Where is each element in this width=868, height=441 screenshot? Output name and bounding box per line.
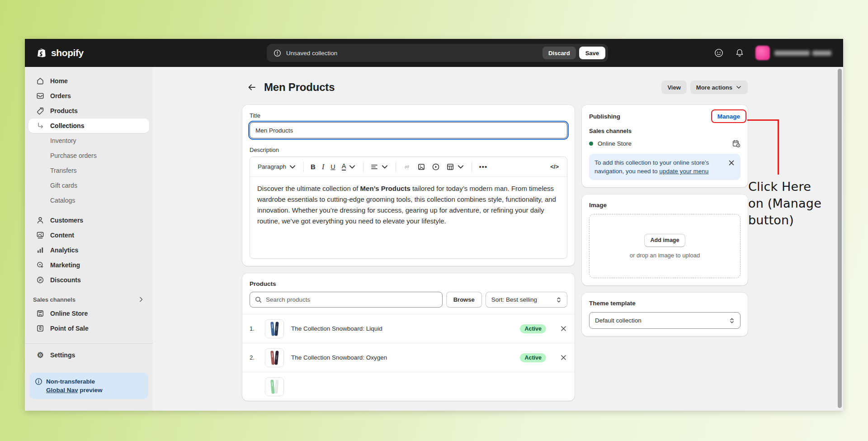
alignment-dropdown[interactable] — [367, 161, 392, 173]
save-button[interactable]: Save — [579, 47, 605, 59]
schedule-calendar-icon[interactable] — [732, 139, 741, 148]
insert-video-button[interactable] — [429, 161, 443, 173]
underline-button[interactable]: U — [327, 161, 338, 173]
remove-product-icon[interactable] — [560, 354, 567, 361]
global-nav-preview-notice: Non-transferable Global Nav preview — [29, 373, 148, 399]
alert-icon — [273, 49, 282, 57]
scrollbar-thumb[interactable] — [838, 69, 842, 408]
unsaved-changes-bar: Unsaved collection Discard Save — [267, 44, 608, 62]
sidebar-item-gift-cards[interactable]: Gift cards — [28, 178, 149, 193]
sidebar-item-purchase-orders[interactable]: Purchase orders — [28, 148, 149, 163]
sidebar-item-settings[interactable]: ⚙ Settings — [28, 348, 149, 362]
sidebar-item-online-store[interactable]: Online Store — [28, 306, 149, 321]
sidebar-item-point-of-sale[interactable]: Point of Sale — [28, 321, 149, 336]
title-label: Title — [250, 112, 567, 119]
image-heading: Image — [589, 202, 741, 209]
paragraph-style-dropdown[interactable]: Paragraph — [255, 161, 300, 173]
sidebar-item-label: Point of Sale — [50, 325, 89, 332]
theme-template-select[interactable]: Default collection — [589, 312, 741, 329]
insert-image-button[interactable] — [414, 161, 429, 173]
description-editor-body[interactable]: Discover the ultimate collection of Men’… — [250, 177, 567, 258]
global-nav-link[interactable]: Global Nav — [46, 387, 78, 394]
remove-product-icon[interactable] — [560, 325, 567, 332]
title-description-card: Title Description Paragraph — [242, 105, 575, 266]
back-arrow-icon[interactable] — [247, 82, 257, 92]
text-color-dropdown[interactable]: A — [339, 161, 360, 173]
product-title-link[interactable]: The Collection Snowboard: Liquid — [291, 325, 520, 332]
sidebar-item-label: Purchase orders — [50, 152, 97, 159]
sort-select[interactable]: Sort: Best selling — [486, 292, 567, 308]
bold-button[interactable]: B — [307, 161, 319, 173]
browse-button[interactable]: Browse — [446, 292, 482, 308]
sales-channels-header[interactable]: Sales channels — [33, 296, 145, 303]
product-title-link[interactable]: The Collection Snowboard: Oxygen — [291, 354, 520, 361]
show-html-button[interactable]: </> — [547, 161, 562, 172]
sidebar-item-label: Discounts — [50, 276, 81, 284]
more-formatting-button[interactable]: ••• — [476, 161, 491, 173]
search-icon — [255, 296, 262, 303]
product-search-box[interactable] — [250, 292, 443, 308]
sidebar-item-marketing[interactable]: Marketing — [28, 258, 149, 272]
update-your-menu-link[interactable]: update your menu — [659, 168, 708, 175]
insert-table-dropdown[interactable] — [443, 161, 468, 173]
description-bold-text: Men’s Products — [360, 185, 410, 192]
view-button[interactable]: View — [661, 81, 686, 94]
sidebar-item-orders[interactable]: Orders — [28, 89, 149, 103]
play-circle-icon — [432, 163, 440, 171]
sidebar-item-label: Transfers — [50, 167, 77, 174]
sidebar-item-label: Marketing — [50, 261, 80, 269]
assistant-icon[interactable] — [714, 48, 724, 58]
sidebar-item-catalogs[interactable]: Catalogs — [28, 193, 149, 208]
sidebar-item-inventory[interactable]: Inventory — [28, 133, 149, 148]
add-image-button[interactable]: Add image — [644, 234, 686, 247]
spacer — [36, 136, 45, 145]
sidebar-item-label: Content — [50, 232, 74, 239]
logo-wordmark: shopify — [51, 47, 84, 58]
table-row-partial — [242, 372, 575, 401]
sidebar-item-customers[interactable]: Customers — [28, 213, 149, 228]
row-index: 1. — [250, 325, 265, 332]
publishing-heading: Publishing — [589, 113, 620, 120]
product-thumbnail — [265, 377, 284, 396]
vertical-scrollbar[interactable] — [837, 67, 843, 411]
spacer — [36, 151, 45, 160]
store-account-menu[interactable] — [755, 46, 831, 60]
sidebar-item-label: Online Store — [50, 310, 88, 317]
title-input[interactable] — [250, 122, 567, 138]
product-thumbnail — [265, 319, 284, 338]
annotation-text: Click Here on (Manage button) — [748, 178, 821, 228]
more-actions-button[interactable]: More actions — [690, 81, 748, 94]
chevron-right-icon — [137, 296, 145, 303]
pos-icon — [36, 324, 45, 333]
insert-link-button[interactable] — [400, 161, 414, 173]
manage-button[interactable]: Manage — [717, 113, 740, 120]
search-products-input[interactable] — [266, 296, 438, 303]
sidebar-item-content[interactable]: Content — [28, 228, 149, 242]
branch-arrow-icon — [36, 121, 45, 130]
sidebar-item-label: Orders — [50, 92, 71, 100]
sidebar-item-discounts[interactable]: Discounts — [28, 273, 149, 287]
sidebar-item-collections[interactable]: Collections — [28, 119, 149, 133]
status-badge: Active — [520, 324, 546, 333]
shopify-logo[interactable]: shopify — [37, 47, 84, 59]
sidebar-item-analytics[interactable]: Analytics — [28, 243, 149, 257]
link-icon — [403, 163, 411, 171]
sidebar-item-label: Catalogs — [50, 197, 75, 204]
product-thumbnail — [265, 348, 284, 367]
chevron-down-icon — [381, 163, 389, 171]
discard-button[interactable]: Discard — [542, 47, 576, 59]
sidebar-item-products[interactable]: Products — [28, 104, 149, 118]
customers-icon — [36, 216, 45, 225]
close-icon[interactable] — [728, 159, 735, 166]
sidebar-item-home[interactable]: Home — [28, 74, 149, 88]
sidebar-item-label: Collections — [50, 122, 84, 129]
active-channel-dot — [589, 142, 593, 146]
image-dropzone[interactable]: Add image or drop an image to upload — [589, 214, 741, 278]
sidebar-item-label: Gift cards — [50, 182, 77, 189]
stepper-icon — [728, 317, 736, 324]
image-icon — [417, 163, 425, 171]
theme-template-heading: Theme template — [589, 300, 741, 307]
notifications-bell-icon[interactable] — [735, 48, 745, 58]
sidebar-item-transfers[interactable]: Transfers — [28, 163, 149, 178]
italic-button[interactable]: I — [319, 161, 327, 173]
